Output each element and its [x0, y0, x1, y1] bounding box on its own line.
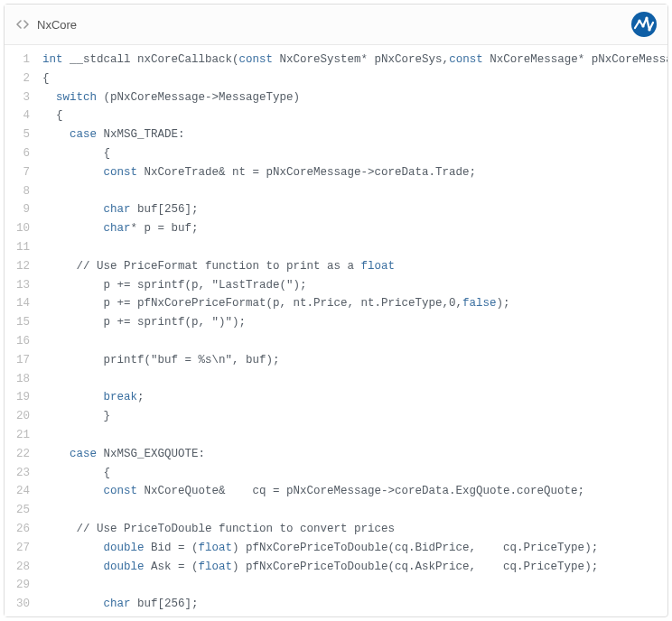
code-line[interactable]: // Use PriceToDouble function to convert…	[42, 520, 660, 539]
line-number: 1	[10, 51, 30, 70]
line-number: 26	[10, 520, 30, 539]
code-line[interactable]: const NxCoreQuote& cq = pNxCoreMessage->…	[42, 482, 660, 501]
line-number: 21	[10, 426, 30, 445]
code-line[interactable]: {	[42, 144, 660, 163]
line-number: 17	[10, 351, 30, 370]
code-line[interactable]: const NxCoreTrade& nt = pNxCoreMessage->…	[42, 163, 660, 182]
line-number: 10	[10, 219, 30, 238]
code-line[interactable]: switch (pNxCoreMessage->MessageType)	[42, 88, 660, 107]
code-line[interactable]: char buf[256];	[42, 595, 660, 614]
code-line[interactable]	[42, 576, 660, 595]
line-number-gutter: 1234567891011121314151617181920212223242…	[5, 45, 39, 616]
code-line[interactable]: {	[42, 107, 660, 125]
code-line[interactable]	[42, 426, 660, 445]
code-line[interactable]: double Bid = (float) pfNxCorePriceToDoub…	[42, 539, 660, 558]
line-number: 12	[10, 257, 30, 276]
line-number: 14	[10, 294, 30, 313]
line-number: 7	[10, 163, 30, 182]
line-number: 29	[10, 576, 30, 595]
svg-point-4	[648, 28, 650, 31]
line-number: 2	[10, 70, 30, 88]
code-line[interactable]	[42, 501, 660, 520]
code-panel: NxCore 123456789101112131415161718192021…	[4, 4, 668, 617]
line-number: 4	[10, 107, 30, 125]
code-line[interactable]	[42, 182, 660, 201]
code-line[interactable]: }	[42, 407, 660, 426]
line-number: 13	[10, 276, 30, 295]
code-line[interactable]: case NxMSG_TRADE:	[42, 125, 660, 144]
code-line[interactable]	[42, 332, 660, 351]
code-line[interactable]: // Use PriceFormat function to print as …	[42, 257, 660, 276]
code-line[interactable]: p += sprintf(p, ")");	[42, 313, 660, 332]
code-line[interactable]: case NxMSG_EXGQUOTE:	[42, 445, 660, 464]
svg-point-3	[645, 16, 648, 19]
nxcore-logo[interactable]	[631, 12, 657, 37]
code-line[interactable]: double Ask = (float) pfNxCorePriceToDoub…	[42, 558, 660, 577]
line-number: 19	[10, 388, 30, 407]
line-number: 15	[10, 313, 30, 332]
code-line[interactable]: printf("buf = %s\n", buf);	[42, 351, 660, 370]
line-number: 3	[10, 88, 30, 107]
line-number: 5	[10, 125, 30, 144]
code-icon	[15, 17, 30, 32]
line-number: 28	[10, 558, 30, 577]
panel-header: NxCore	[5, 5, 667, 45]
line-number: 24	[10, 482, 30, 501]
line-number: 8	[10, 182, 30, 201]
line-number: 27	[10, 539, 30, 558]
svg-point-1	[638, 19, 640, 22]
code-editor[interactable]: 1234567891011121314151617181920212223242…	[5, 45, 667, 616]
code-line[interactable]: {	[42, 70, 660, 88]
line-number: 31	[10, 614, 30, 616]
line-number: 25	[10, 501, 30, 520]
code-line[interactable]: char* p = buf;	[42, 219, 660, 238]
code-line[interactable]: {	[42, 464, 660, 483]
line-number: 30	[10, 595, 30, 614]
code-line[interactable]: break;	[42, 388, 660, 407]
code-content[interactable]: int __stdcall nxCoreCallback(const NxCor…	[39, 45, 667, 616]
code-line[interactable]: p += pfNxCorePriceFormat(p, nt.Price, nt…	[42, 294, 660, 313]
panel-title: NxCore	[37, 18, 631, 32]
line-number: 9	[10, 200, 30, 219]
line-number: 20	[10, 407, 30, 426]
line-number: 22	[10, 445, 30, 464]
line-number: 23	[10, 464, 30, 483]
line-number: 18	[10, 370, 30, 389]
code-line[interactable]	[42, 238, 660, 257]
line-number: 16	[10, 332, 30, 351]
code-line[interactable]: char buf[256];	[42, 200, 660, 219]
code-line[interactable]: p += sprintf(p, "LastTrade(");	[42, 276, 660, 295]
line-number: 11	[10, 238, 30, 257]
code-line[interactable]: int __stdcall nxCoreCallback(const NxCor…	[42, 51, 660, 70]
code-line[interactable]: sprintf(buf, "Bid(%0.2f) Ask(%0.2f)",Bid…	[42, 614, 660, 616]
svg-point-2	[641, 24, 644, 27]
line-number: 6	[10, 144, 30, 163]
code-line[interactable]	[42, 370, 660, 389]
